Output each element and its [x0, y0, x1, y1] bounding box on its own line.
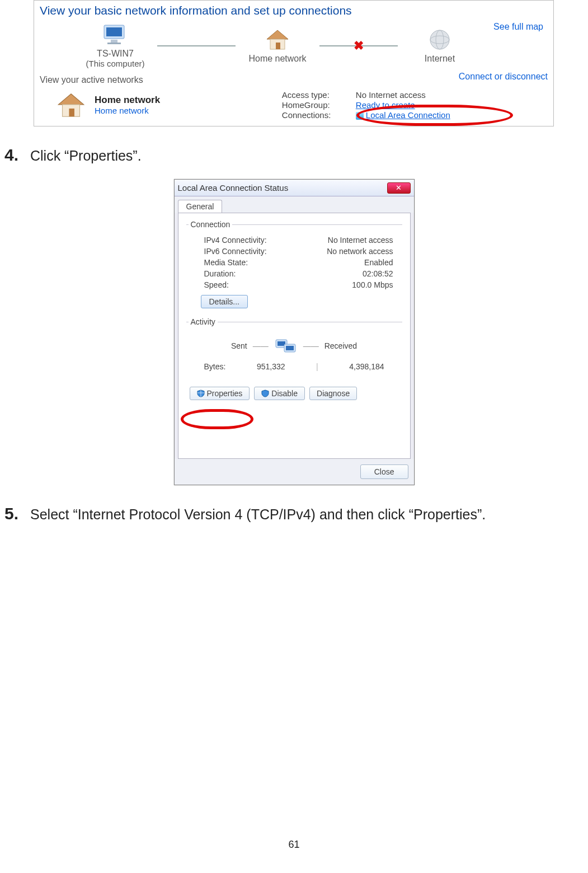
ipv6-value: No network access [327, 247, 393, 256]
general-panel: Connection IPv4 Connectivity:No Internet… [178, 213, 411, 459]
node-home-network: Home network [236, 28, 319, 64]
svg-marker-10 [58, 93, 83, 104]
node-computer-sub: (This computer) [73, 59, 157, 68]
svg-rect-12 [69, 108, 74, 116]
annotation-red-circle [181, 409, 253, 429]
house-icon [265, 28, 290, 51]
bytes-row: Bytes: 951,332 | 4,398,184 [189, 360, 400, 373]
step-5-number: 5. [4, 504, 25, 523]
svg-rect-3 [107, 43, 121, 44]
network-sharing-panel: View your basic network information and … [34, 0, 554, 126]
received-label: Received [324, 341, 357, 350]
active-network-name: Home network [95, 95, 160, 106]
network-map-row: TS-WIN7 (This computer) Home network ✖ [40, 21, 548, 68]
media-state-label: Media State: [204, 258, 248, 267]
panel-title: View your basic network information and … [40, 4, 548, 17]
ipv6-label: IPv6 Connectivity: [204, 247, 267, 256]
dialog-titlebar: Local Area Connection Status ✕ [175, 180, 414, 196]
house-icon [55, 91, 87, 119]
svg-rect-6 [276, 43, 280, 49]
shield-icon [197, 389, 205, 397]
local-area-connection-link[interactable]: Local Area Connection [356, 110, 548, 120]
svg-point-7 [430, 30, 449, 49]
tab-general[interactable]: General [178, 200, 223, 213]
properties-button[interactable]: Properties [190, 387, 250, 400]
disable-button[interactable]: Disable [254, 387, 305, 400]
speed-value: 100.0 Mbps [352, 280, 393, 289]
activity-group: Activity Sent —— —— Received [186, 317, 402, 376]
dash-left: —— [253, 341, 269, 350]
active-network-row: Home network Home network Access type: N… [40, 90, 548, 120]
dash-right: —— [303, 341, 319, 350]
access-type-value: No Internet access [356, 90, 548, 100]
access-type-label: Access type: [282, 90, 349, 100]
active-networks-header: View your active networks Connect or dis… [40, 68, 548, 85]
svg-rect-16 [286, 346, 294, 350]
activity-legend: Activity [189, 317, 218, 326]
node-computer-name: TS-WIN7 [73, 49, 157, 59]
svg-rect-2 [111, 40, 117, 43]
cross-icon: ✖ [354, 39, 364, 53]
connections-label: Connections: [282, 110, 349, 120]
step-4-text: Click “Properties”. [30, 148, 142, 164]
homegroup-link[interactable]: Ready to create [356, 100, 548, 110]
media-state-value: Enabled [364, 258, 393, 267]
shield-icon [261, 389, 269, 397]
node-this-computer: TS-WIN7 (This computer) [73, 23, 157, 68]
duration-label: Duration: [204, 269, 236, 278]
step-5: 5. Select “Internet Protocol Version 4 (… [4, 504, 588, 523]
computers-icon [274, 336, 298, 355]
active-network-left: Home network Home network [55, 90, 282, 120]
bytes-divider: | [316, 362, 318, 371]
connection-name: Local Area Connection [366, 110, 450, 120]
bytes-label: Bytes: [204, 362, 226, 371]
ipv4-value: No Internet access [328, 236, 393, 245]
bytes-sent: 951,332 [257, 362, 285, 371]
globe-icon [428, 28, 451, 51]
link-computer-home [157, 40, 236, 51]
disable-button-label: Disable [271, 389, 298, 398]
node-internet-name: Internet [398, 54, 482, 64]
monitor-icon [101, 23, 130, 46]
close-button[interactable]: ✕ [387, 182, 411, 194]
step-4: 4. Click “Properties”. [4, 146, 588, 165]
link-home-internet-broken: ✖ [319, 40, 398, 51]
svg-marker-4 [267, 30, 288, 39]
step-4-number: 4. [4, 146, 25, 165]
diagnose-button[interactable]: Diagnose [309, 387, 357, 400]
step-5-text: Select “Internet Protocol Version 4 (TCP… [30, 506, 486, 523]
homegroup-label: HomeGroup: [282, 100, 349, 110]
active-networks-label: View your active networks [40, 75, 143, 85]
lan-status-dialog: Local Area Connection Status ✕ General C… [174, 179, 415, 485]
sent-label: Sent [231, 341, 247, 350]
connect-disconnect-link[interactable]: Connect or disconnect [459, 72, 548, 82]
close-button[interactable]: Close [360, 464, 408, 479]
page-number: 61 [0, 839, 588, 851]
speed-label: Speed: [204, 280, 229, 289]
active-network-details: Access type: No Internet access HomeGrou… [282, 90, 548, 120]
svg-rect-1 [106, 27, 122, 36]
details-button[interactable]: Details... [201, 295, 248, 308]
connection-group: Connection IPv4 Connectivity:No Internet… [186, 220, 402, 311]
active-network-type-link[interactable]: Home network [95, 106, 149, 115]
action-button-row: Properties Disable Diagnose [186, 387, 402, 400]
dialog-title: Local Area Connection Status [178, 183, 289, 193]
see-full-map-link[interactable]: See full map [493, 22, 543, 32]
ipv4-label: IPv4 Connectivity: [204, 236, 267, 245]
connection-legend: Connection [189, 220, 233, 229]
network-plug-icon [356, 112, 364, 120]
sent-received-row: Sent —— —— Received [189, 336, 400, 355]
node-home-name: Home network [236, 54, 319, 64]
bytes-received: 4,398,184 [349, 362, 384, 371]
dialog-bottom-bar: Close [175, 459, 414, 485]
duration-value: 02:08:52 [363, 269, 393, 278]
properties-button-label: Properties [207, 389, 243, 398]
tab-row: General [175, 196, 414, 213]
node-internet: Internet [398, 28, 482, 64]
